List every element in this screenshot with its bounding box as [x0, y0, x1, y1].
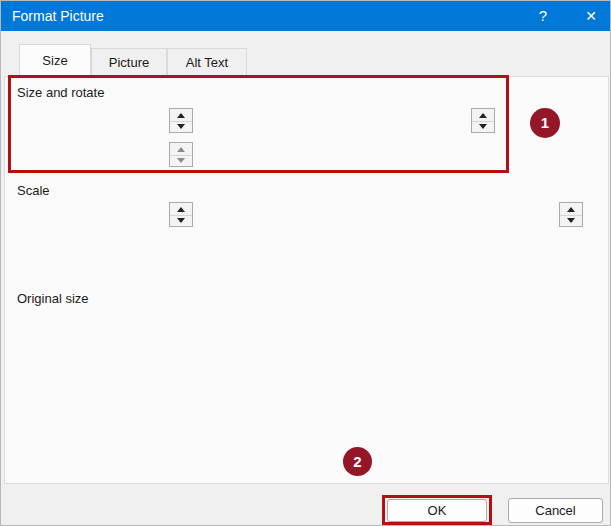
- rotation-spinner: [169, 142, 193, 167]
- spinner-down-button[interactable]: [170, 120, 192, 132]
- arrow-down-icon: [567, 218, 575, 223]
- tab-picture[interactable]: Picture: [91, 48, 167, 76]
- close-icon[interactable]: ✕: [575, 1, 607, 31]
- ok-button[interactable]: OK: [387, 499, 487, 522]
- spinner-down-button[interactable]: [170, 214, 192, 226]
- arrow-down-icon: [479, 124, 487, 129]
- arrow-down-icon: [177, 158, 185, 163]
- arrow-up-icon: [177, 113, 185, 118]
- width-spinner[interactable]: [471, 108, 495, 133]
- group-original-size: Original size: [17, 291, 89, 306]
- annotation-badge-2: 2: [343, 447, 372, 476]
- spinner-down-button: [170, 154, 192, 166]
- help-icon[interactable]: ?: [529, 1, 557, 31]
- arrow-up-icon: [177, 207, 185, 212]
- size-tab-page: [4, 76, 609, 484]
- dialog-title: Format Picture: [12, 1, 104, 31]
- tab-size[interactable]: Size: [19, 44, 91, 77]
- scale-height-spinner[interactable]: [169, 202, 193, 227]
- scale-width-spinner[interactable]: [559, 202, 583, 227]
- arrow-up-icon: [479, 113, 487, 118]
- arrow-down-icon: [177, 124, 185, 129]
- group-scale: Scale: [17, 183, 50, 198]
- group-size-and-rotate: Size and rotate: [17, 85, 104, 100]
- spinner-down-button[interactable]: [560, 214, 582, 226]
- annotation-badge-1: 1: [530, 108, 560, 138]
- cancel-button[interactable]: Cancel: [508, 498, 603, 523]
- arrow-down-icon: [177, 218, 185, 223]
- title-bar: Format Picture ? ✕: [1, 1, 610, 31]
- arrow-up-icon: [567, 207, 575, 212]
- tab-alt-text[interactable]: Alt Text: [167, 48, 247, 76]
- height-spinner[interactable]: [169, 108, 193, 133]
- arrow-up-icon: [177, 147, 185, 152]
- format-picture-dialog: Format Picture ? ✕ Size Picture Alt Text…: [0, 0, 611, 526]
- spinner-down-button[interactable]: [472, 120, 494, 132]
